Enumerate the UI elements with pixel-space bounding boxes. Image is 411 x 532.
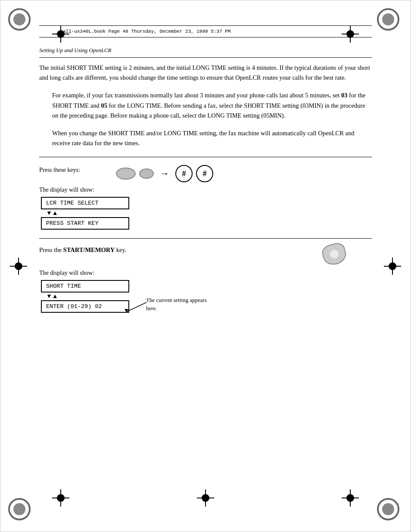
reg-mark-bottom-right <box>342 489 359 507</box>
divider-1 <box>39 157 372 157</box>
hash-key-2: # <box>196 165 213 182</box>
key-icons: → # # <box>116 164 213 182</box>
top-divider <box>39 57 372 58</box>
paragraph-3: When you change the SHORT TIME and/or LO… <box>52 128 372 148</box>
arrow-icon: → <box>160 168 169 179</box>
lcd1-top: LCR TIME SELECT <box>41 197 129 209</box>
lcd2-up-arrow: ▲ <box>52 293 58 300</box>
reg-mark-bottom-center <box>197 489 214 507</box>
para1-text: The initial SHORT TIME setting is 2 minu… <box>39 64 370 81</box>
divider-2 <box>39 238 372 239</box>
reg-mark-mid-right <box>384 258 401 275</box>
start-key-graphic <box>323 244 346 264</box>
corner-decoration-tr <box>377 8 403 34</box>
press-bold: START/MEMORY <box>63 246 115 253</box>
lcd-display-1: LCR TIME SELECT ▼ ▲ PRESS START KEY <box>41 197 372 230</box>
press-pre: Press the <box>39 246 63 253</box>
press-post: key. <box>115 246 126 253</box>
svg-marker-1 <box>125 309 129 312</box>
hash-key-1: # <box>175 165 193 182</box>
display-will-show-1: The display will show: <box>39 187 372 193</box>
oval-key-1 <box>116 168 136 180</box>
lcd1-bottom: PRESS START KEY <box>41 217 129 230</box>
header-text: all-ux340L.book Page 48 Thursday, Decemb… <box>63 29 230 34</box>
lcd2-bottom: ENTER (01-29) 02 <box>41 300 129 313</box>
para3-text: When you change the SHORT TIME and/or LO… <box>52 130 354 146</box>
page-container: all-ux340L.book Page 48 Thursday, Decemb… <box>0 0 411 532</box>
lcd2-down-arrow: ▼ <box>46 293 52 300</box>
lcd1-up-arrow: ▲ <box>52 210 58 217</box>
paragraph-1: The initial SHORT TIME setting is 2 minu… <box>39 63 372 83</box>
corner-decoration-bl <box>8 498 34 524</box>
corner-decoration-br <box>377 498 403 524</box>
paragraph-2: For example, if your fax transmissions n… <box>52 90 372 121</box>
lcd2-top: SHORT TIME <box>41 280 129 292</box>
svg-line-0 <box>126 302 146 312</box>
section1-press-keys: Press these keys: → # # <box>39 164 372 182</box>
corner-decoration-tl <box>8 8 34 34</box>
lcd1-arrow-row: ▼ ▲ <box>41 209 372 217</box>
lcd-display-2: SHORT TIME ▼ ▲ ENTER (01-29) 02 The curr… <box>41 280 372 313</box>
press-start-text: Press the START/MEMORY key. <box>39 246 310 255</box>
header-bar: all-ux340L.book Page 48 Thursday, Decemb… <box>39 25 372 37</box>
annotation-text: The current setting appears here. <box>146 296 211 313</box>
oval-key-2 <box>139 168 154 179</box>
main-content: The initial SHORT TIME setting is 2 minu… <box>39 63 372 313</box>
section2-press: Press the START/MEMORY key. <box>39 246 372 264</box>
press-keys-label: Press these keys: <box>39 164 103 174</box>
lcd1-down-arrow: ▼ <box>46 210 52 217</box>
reg-mark-mid-left <box>10 258 27 275</box>
display-will-show-2: The display will show: <box>39 270 372 277</box>
section-title: Setting Up and Using OpenLCR <box>39 47 112 54</box>
reg-mark-bottom-left <box>52 489 69 507</box>
